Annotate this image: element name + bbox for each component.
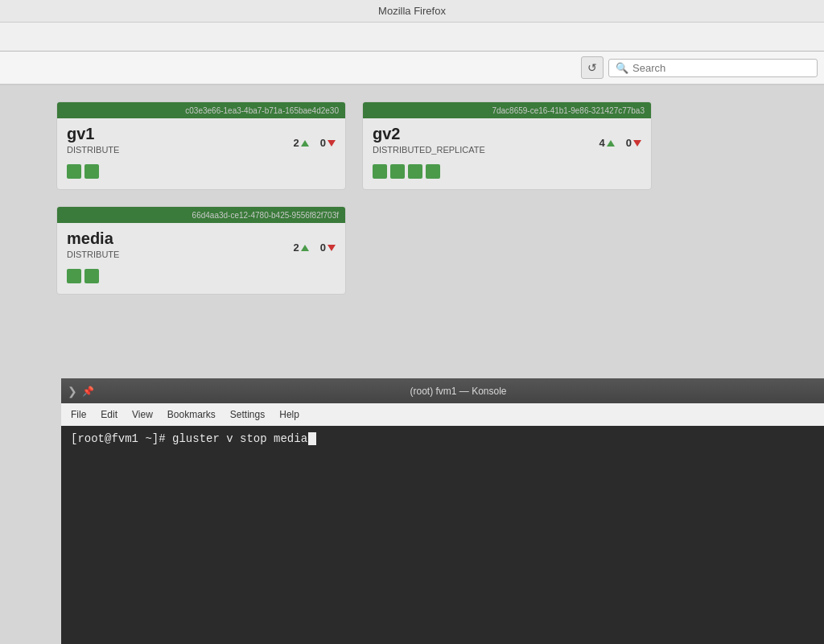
volume-down-count-gv2: 0 [626,137,641,149]
search-input[interactable] [632,62,810,74]
brick-gv1-0 [67,164,81,179]
brick-media-0 [67,269,81,283]
terminal-prompt-line: [root@fvm1 ~]# gluster v stop media [71,432,814,445]
volume-stats-row-gv2: gv2 DISTRIBUTED_REPLICATE 4 0 [373,125,641,161]
volume-card-body-gv1: gv1 DISTRIBUTE 2 0 [57,118,345,187]
volume-down-count-gv1: 0 [320,137,336,149]
search-icon: 🔍 [616,62,628,74]
volume-card-body-gv2: gv2 DISTRIBUTED_REPLICATE 4 0 [363,118,651,187]
volume-up-count-media: 2 [294,242,309,254]
volume-card-gv1[interactable]: c03e3e66-1ea3-4ba7-b71a-165bae4d2e30 gv1… [56,101,346,190]
volume-id-gv2: 7dac8659-ce16-41b1-9e86-321427c77ba3 [492,106,645,115]
volume-stats-numbers-gv2: 4 0 [599,137,641,149]
volume-card-id-bar-gv1: c03e3e66-1ea3-4ba7-b71a-165bae4d2e30 [57,102,345,118]
volume-stats-row-gv1: gv1 DISTRIBUTE 2 0 [67,125,336,161]
volume-card-gv2[interactable]: 7dac8659-ce16-41b1-9e86-321427c77ba3 gv2… [362,101,652,190]
volume-stats-row-media: media DISTRIBUTE 2 0 [67,229,336,266]
volume-bricks-gv1 [67,164,336,179]
konsole-menubar: File Edit View Bookmarks Settings Help [61,403,824,426]
volume-card-id-bar-media: 66d4aa3d-ce12-4780-b425-9556f82f703f [57,207,345,223]
volume-card-media[interactable]: 66d4aa3d-ce12-4780-b425-9556f82f703f med… [56,206,346,295]
volume-id-media: 66d4aa3d-ce12-4780-b425-9556f82f703f [192,211,339,220]
brick-gv2-1 [390,164,405,179]
refresh-button[interactable]: ↺ [581,56,604,79]
konsole-menu-view[interactable]: View [126,407,159,423]
brick-gv1-1 [84,164,99,179]
konsole-titlebar: ❯ 📌 (root) fvm1 — Konsole [61,379,824,403]
volume-name-gv1: gv1 [67,125,119,143]
browser-title-bar: Mozilla Firefox [0,0,824,23]
down-arrow-media [328,245,336,251]
volume-type-gv2: DISTRIBUTED_REPLICATE [373,145,485,155]
up-arrow-gv1 [301,140,309,147]
konsole-terminal[interactable]: [root@fvm1 ~]# gluster v stop media [61,426,824,644]
brick-media-1 [84,269,99,283]
konsole-title-text: (root) fvm1 — Konsole [99,386,818,397]
volume-down-count-media: 0 [320,242,336,254]
browser-title: Mozilla Firefox [378,5,446,17]
volume-stats-numbers-media: 2 0 [294,242,336,254]
terminal-cursor [308,432,316,445]
konsole-menu-file[interactable]: File [64,407,93,423]
volume-name-gv2: gv2 [373,125,485,143]
volume-type-media: DISTRIBUTE [67,250,119,259]
konsole-menu-edit[interactable]: Edit [94,407,124,423]
konsole-menu-help[interactable]: Help [273,407,306,423]
volume-card-body-media: media DISTRIBUTE 2 0 [57,223,345,291]
konsole-pin-icon: 📌 [82,386,94,397]
volume-id-gv1: c03e3e66-1ea3-4ba7-b71a-165bae4d2e30 [185,106,339,115]
volume-stats-numbers-gv1: 2 0 [294,137,336,149]
konsole-menu-bookmarks[interactable]: Bookmarks [161,407,222,423]
browser-toolbar [0,23,824,52]
brick-gv2-3 [426,164,440,179]
volume-bricks-media [67,269,336,283]
volume-up-count-gv2: 4 [599,137,615,149]
down-arrow-gv2 [633,140,641,147]
terminal-text: [root@fvm1 ~]# gluster v stop media [71,432,307,445]
brick-gv2-2 [408,164,422,179]
volume-up-count-gv1: 2 [294,137,309,149]
search-box: 🔍 [608,59,818,77]
nav-bar: ↺ 🔍 [0,52,824,85]
down-arrow-gv1 [328,140,336,147]
brick-gv2-0 [373,164,387,179]
volume-card-id-bar-gv2: 7dac8659-ce16-41b1-9e86-321427c77ba3 [363,102,651,118]
left-sidebar [0,171,61,644]
konsole-shell-icon: ❯ [68,385,77,398]
konsole-window: ❯ 📌 (root) fvm1 — Konsole File Edit View… [61,378,824,644]
konsole-menu-settings[interactable]: Settings [224,407,271,423]
volume-type-gv1: DISTRIBUTE [67,145,119,155]
up-arrow-gv2 [607,140,615,147]
volume-name-media: media [67,229,119,248]
up-arrow-media [301,245,309,251]
volumes-area: c03e3e66-1ea3-4ba7-b71a-165bae4d2e30 gv1… [0,85,824,311]
volume-bricks-gv2 [373,164,641,179]
